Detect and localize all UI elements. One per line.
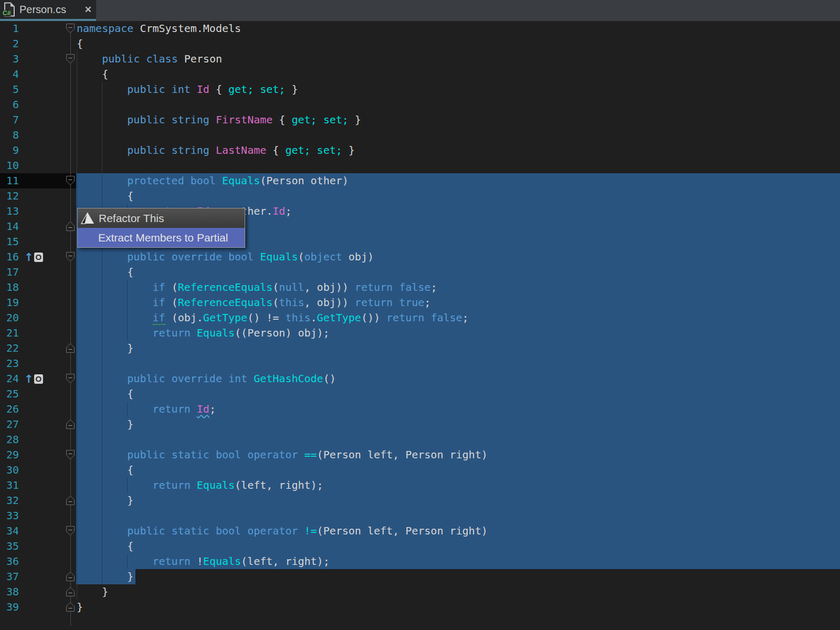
- close-icon[interactable]: ✕: [85, 4, 92, 15]
- line-number-15[interactable]: 15: [0, 234, 19, 249]
- line-number-20[interactable]: 20: [0, 310, 19, 326]
- code-line-28[interactable]: [77, 432, 488, 447]
- line-number-13[interactable]: 13: [0, 204, 19, 219]
- fold-collapse-end-marker[interactable]: [66, 221, 75, 232]
- line-number-33[interactable]: 33: [0, 508, 19, 523]
- code-line-26[interactable]: return Id;: [77, 402, 488, 417]
- code-line-3[interactable]: public class Person: [77, 51, 488, 67]
- line-number-12[interactable]: 12: [0, 188, 19, 204]
- line-number-23[interactable]: 23: [0, 356, 19, 371]
- line-number-11[interactable]: 11: [0, 173, 19, 188]
- line-number-4[interactable]: 4: [0, 67, 19, 82]
- code-line-27[interactable]: }: [77, 417, 488, 432]
- menu-item-extract-members-to-partial[interactable]: Extract Members to Partial: [78, 228, 245, 247]
- fold-collapse-end-marker[interactable]: [66, 571, 75, 582]
- line-number-gutter[interactable]: 1234567891011121314151617181920212223242…: [0, 21, 19, 615]
- code-line-16[interactable]: public override bool Equals(object obj): [77, 249, 488, 265]
- fold-collapse-start-marker[interactable]: [66, 251, 75, 262]
- fold-collapse-end-marker[interactable]: [66, 602, 75, 612]
- fold-collapse-start-marker[interactable]: [66, 449, 75, 460]
- tab-person-cs[interactable]: C# Person.cs ✕: [0, 0, 96, 21]
- line-number-3[interactable]: 3: [0, 51, 19, 67]
- code-line-11[interactable]: protected bool Equals(Person other): [77, 173, 488, 188]
- fold-collapse-start-marker[interactable]: [66, 54, 75, 64]
- code-line-4[interactable]: {: [77, 67, 488, 82]
- override-badge: O: [34, 253, 44, 262]
- refactor-menu-header: Refactor This: [78, 208, 245, 228]
- code-text-area[interactable]: namespace CrmSystem.Models{ public class…: [77, 21, 488, 615]
- line-number-6[interactable]: 6: [0, 97, 19, 112]
- line-number-21[interactable]: 21: [0, 326, 19, 341]
- code-line-6[interactable]: [77, 97, 488, 112]
- code-line-17[interactable]: {: [77, 265, 488, 280]
- code-line-36[interactable]: return !Equals(left, right);: [77, 554, 488, 569]
- line-number-1[interactable]: 1: [0, 21, 19, 36]
- fold-collapse-end-marker[interactable]: [66, 419, 75, 429]
- fold-collapse-end-marker[interactable]: [66, 586, 75, 597]
- line-number-34[interactable]: 34: [0, 523, 19, 539]
- code-line-22[interactable]: }: [77, 341, 488, 356]
- code-line-7[interactable]: public string FirstName { get; set; }: [77, 112, 488, 128]
- code-line-8[interactable]: [77, 128, 488, 143]
- code-editor[interactable]: 1234567891011121314151617181920212223242…: [0, 21, 840, 630]
- code-line-38[interactable]: }: [77, 584, 488, 600]
- line-number-7[interactable]: 7: [0, 112, 19, 128]
- code-line-23[interactable]: [77, 356, 488, 371]
- code-line-35[interactable]: {: [77, 539, 488, 554]
- line-number-35[interactable]: 35: [0, 539, 19, 554]
- line-number-24[interactable]: 24: [0, 371, 19, 386]
- line-number-8[interactable]: 8: [0, 128, 19, 143]
- code-line-24[interactable]: public override int GetHashCode(): [77, 371, 488, 386]
- code-line-12[interactable]: {: [77, 188, 488, 204]
- line-number-37[interactable]: 37: [0, 569, 19, 584]
- code-line-34[interactable]: public static bool operator !=(Person le…: [77, 523, 488, 539]
- code-line-5[interactable]: public int Id { get; set; }: [77, 82, 488, 97]
- fold-collapse-start-marker[interactable]: [66, 23, 75, 34]
- code-line-25[interactable]: {: [77, 386, 488, 402]
- code-line-19[interactable]: if (ReferenceEquals(this, obj)) return t…: [77, 295, 488, 310]
- line-number-30[interactable]: 30: [0, 463, 19, 478]
- line-number-10[interactable]: 10: [0, 158, 19, 173]
- override-indicator-icon[interactable]: ↑O: [24, 373, 43, 385]
- line-number-5[interactable]: 5: [0, 82, 19, 97]
- code-line-10[interactable]: [77, 158, 488, 173]
- code-line-21[interactable]: return Equals((Person) obj);: [77, 326, 488, 341]
- fold-collapse-end-marker[interactable]: [66, 343, 75, 353]
- code-line-39[interactable]: }: [77, 600, 488, 615]
- line-number-29[interactable]: 29: [0, 447, 19, 463]
- code-line-1[interactable]: namespace CrmSystem.Models: [77, 21, 488, 36]
- line-number-25[interactable]: 25: [0, 386, 19, 402]
- line-number-9[interactable]: 9: [0, 143, 19, 158]
- code-line-29[interactable]: public static bool operator ==(Person le…: [77, 447, 488, 463]
- code-line-9[interactable]: public string LastName { get; set; }: [77, 143, 488, 158]
- line-number-17[interactable]: 17: [0, 265, 19, 280]
- line-number-18[interactable]: 18: [0, 280, 19, 295]
- override-indicator-icon[interactable]: ↑O: [24, 251, 43, 264]
- fold-collapse-start-marker[interactable]: [66, 526, 75, 536]
- line-number-16[interactable]: 16: [0, 249, 19, 265]
- line-number-19[interactable]: 19: [0, 295, 19, 310]
- code-line-32[interactable]: }: [77, 493, 488, 508]
- line-number-14[interactable]: 14: [0, 219, 19, 234]
- fold-collapse-start-marker[interactable]: [66, 175, 75, 186]
- line-number-26[interactable]: 26: [0, 402, 19, 417]
- line-number-36[interactable]: 36: [0, 554, 19, 569]
- line-number-32[interactable]: 32: [0, 493, 19, 508]
- code-line-2[interactable]: {: [77, 36, 488, 51]
- line-number-39[interactable]: 39: [0, 600, 19, 615]
- code-line-18[interactable]: if (ReferenceEquals(null, obj)) return f…: [77, 280, 488, 295]
- code-line-37[interactable]: }: [77, 569, 488, 584]
- code-line-30[interactable]: {: [77, 463, 488, 478]
- line-number-27[interactable]: 27: [0, 417, 19, 432]
- line-number-31[interactable]: 31: [0, 478, 19, 493]
- line-number-22[interactable]: 22: [0, 341, 19, 356]
- code-line-33[interactable]: [77, 508, 488, 523]
- fold-collapse-start-marker[interactable]: [66, 373, 75, 384]
- line-number-38[interactable]: 38: [0, 584, 19, 600]
- code-line-20[interactable]: if (obj.GetType() != this.GetType()) ret…: [77, 310, 488, 326]
- line-number-28[interactable]: 28: [0, 432, 19, 447]
- code-line-31[interactable]: return Equals(left, right);: [77, 478, 488, 493]
- ide-window: C# Person.cs ✕ 1234567891011121314151617…: [0, 0, 840, 630]
- fold-collapse-end-marker[interactable]: [66, 495, 75, 506]
- line-number-2[interactable]: 2: [0, 36, 19, 51]
